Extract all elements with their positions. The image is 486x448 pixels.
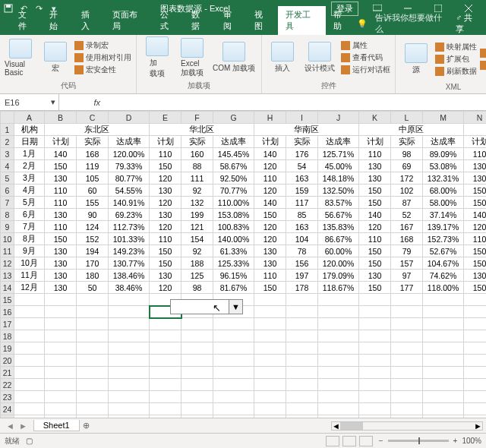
name-box[interactable]: E16▾	[0, 94, 59, 110]
cell[interactable]: 54.55%	[109, 185, 150, 197]
cell[interactable]	[464, 294, 487, 306]
cell[interactable]	[150, 342, 181, 355]
cell[interactable]: 125.33%	[213, 257, 254, 270]
cell[interactable]: 150	[464, 245, 487, 257]
cell[interactable]: 150	[254, 209, 286, 221]
row-header[interactable]: 5	[1, 172, 14, 185]
cell[interactable]	[464, 367, 487, 379]
cell[interactable]	[391, 342, 423, 355]
cell[interactable]: 88	[181, 160, 213, 172]
cell[interactable]	[109, 294, 150, 306]
cell[interactable]: 10月	[14, 257, 45, 270]
cell[interactable]: 118.00%	[423, 282, 464, 294]
cell[interactable]: 37.14%	[423, 209, 464, 221]
cell[interactable]: 130	[254, 245, 286, 257]
cell[interactable]	[391, 355, 423, 367]
cell[interactable]	[213, 367, 254, 379]
cell[interactable]: 125	[181, 270, 213, 282]
cell[interactable]: 110	[45, 185, 77, 197]
cell[interactable]: 45.00%	[318, 160, 359, 172]
cell[interactable]: 计划	[254, 136, 286, 148]
cell[interactable]	[359, 403, 391, 415]
cell[interactable]: 132.31%	[423, 172, 464, 185]
cell[interactable]: 计划	[150, 136, 181, 148]
cell[interactable]: 120	[150, 197, 181, 209]
cell[interactable]: 92	[181, 245, 213, 257]
cell[interactable]	[359, 391, 391, 403]
tab-help[interactable]: 帮助	[326, 6, 357, 35]
cell[interactable]: 135.83%	[318, 221, 359, 233]
cell[interactable]: 110	[464, 148, 487, 160]
cell[interactable]: 达成率	[213, 136, 254, 148]
cell[interactable]: 9月	[14, 245, 45, 257]
cell[interactable]	[213, 379, 254, 391]
record-macro-button[interactable]: 录制宏	[74, 40, 131, 51]
cell[interactable]	[109, 379, 150, 391]
cell[interactable]: 148.18%	[318, 172, 359, 185]
cell[interactable]: 日期	[14, 136, 45, 148]
cell[interactable]	[150, 379, 181, 391]
qat-more-icon[interactable]: ▾	[49, 3, 59, 14]
addins-button[interactable]: 加 载项	[141, 36, 173, 79]
zoom-level[interactable]: 100%	[462, 437, 481, 445]
row-header[interactable]: 14	[1, 282, 14, 294]
cell[interactable]: 达成率	[109, 136, 150, 148]
cell[interactable]	[45, 318, 77, 330]
cell[interactable]: 168	[77, 148, 109, 160]
cell[interactable]	[286, 330, 318, 342]
row-header[interactable]: 17	[1, 318, 14, 330]
redo-icon[interactable]: ↷	[33, 3, 44, 14]
cell[interactable]	[77, 367, 109, 379]
cell[interactable]: 130	[45, 282, 77, 294]
cell[interactable]	[109, 367, 150, 379]
cell[interactable]	[464, 391, 487, 403]
cell[interactable]	[254, 306, 286, 318]
row-header[interactable]: 25	[1, 415, 14, 418]
cell[interactable]	[109, 415, 150, 418]
xml-import-button[interactable]: 导入	[480, 48, 486, 58]
cell[interactable]: 79	[391, 245, 423, 257]
tab-data[interactable]: 数据	[184, 6, 215, 35]
cell[interactable]: 150	[359, 257, 391, 270]
cell[interactable]	[109, 391, 150, 403]
cell[interactable]: 160	[181, 148, 213, 160]
cell[interactable]: 70.77%	[213, 185, 254, 197]
cell[interactable]	[318, 330, 359, 342]
macro-record-status-icon[interactable]: ▢	[26, 437, 33, 445]
cell[interactable]	[14, 415, 45, 418]
cell[interactable]	[181, 342, 213, 355]
cell[interactable]	[318, 355, 359, 367]
cell[interactable]: 5月	[14, 197, 45, 209]
cell[interactable]	[464, 379, 487, 391]
cell[interactable]	[77, 415, 109, 418]
cell[interactable]: 6月	[14, 209, 45, 221]
cell[interactable]	[464, 403, 487, 415]
properties-button[interactable]: 属性	[341, 40, 390, 51]
fx-button[interactable]: fx	[59, 98, 105, 107]
cell[interactable]	[318, 379, 359, 391]
cell[interactable]: 150	[464, 257, 487, 270]
cell[interactable]: 120	[150, 221, 181, 233]
cell[interactable]: 140	[254, 197, 286, 209]
cell[interactable]: 156	[286, 257, 318, 270]
new-sheet-button[interactable]: ⊕	[80, 421, 93, 431]
cell[interactable]: 140	[45, 148, 77, 160]
cell[interactable]	[77, 318, 109, 330]
cell[interactable]	[45, 294, 77, 306]
cell[interactable]: 53.08%	[423, 160, 464, 172]
macros-button[interactable]: 宏	[39, 42, 71, 74]
cell[interactable]: 153.08%	[213, 209, 254, 221]
cell[interactable]: 150	[150, 160, 181, 172]
cell[interactable]	[213, 318, 254, 330]
cell[interactable]: 157	[391, 257, 423, 270]
cell[interactable]	[181, 318, 213, 330]
cell[interactable]: 90	[77, 209, 109, 221]
cell[interactable]	[181, 403, 213, 415]
cell[interactable]	[359, 379, 391, 391]
cell[interactable]	[14, 306, 45, 318]
cell[interactable]	[150, 330, 181, 342]
cell[interactable]: 4月	[14, 185, 45, 197]
cell[interactable]: 87	[391, 197, 423, 209]
cell[interactable]: 计划	[464, 136, 487, 148]
cell[interactable]: 150	[45, 160, 77, 172]
